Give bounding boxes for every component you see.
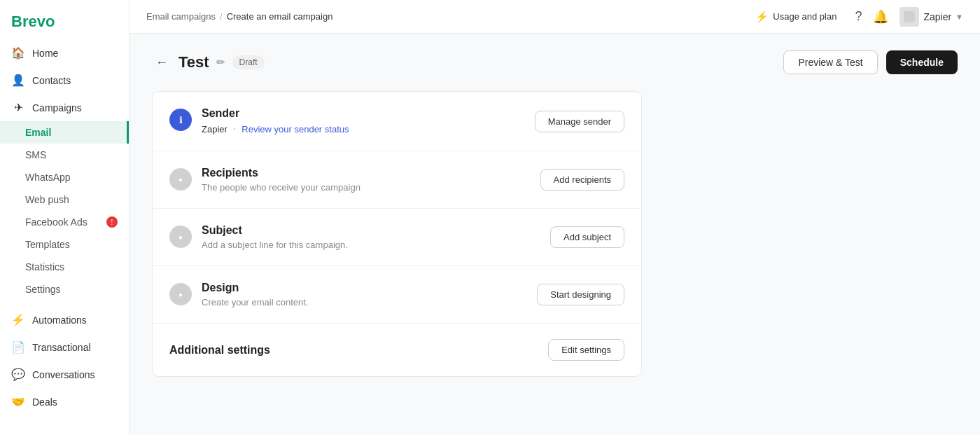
- facebook-ads-badge: !: [106, 216, 118, 228]
- design-icon: ●: [169, 283, 192, 305]
- campaigns-sub-nav: Email SMS WhatsApp Web push Facebook Ads…: [0, 121, 129, 301]
- preview-test-button[interactable]: Preview & Test: [783, 50, 877, 74]
- sidebar-item-campaigns-label: Campaigns: [32, 102, 82, 113]
- sidebar-item-email-label: Email: [25, 127, 51, 138]
- edit-settings-button[interactable]: Edit settings: [548, 339, 624, 361]
- back-button[interactable]: ←: [152, 53, 172, 72]
- transactional-icon: 📄: [11, 340, 25, 354]
- design-section-left: ● Design Create your email content.: [169, 282, 308, 308]
- sidebar-item-conversations[interactable]: 💬 Conversations: [0, 361, 129, 388]
- sidebar-item-deals-label: Deals: [32, 396, 57, 408]
- sidebar-item-home[interactable]: 🏠 Home: [0, 39, 129, 67]
- breadcrumb-separator: /: [220, 11, 223, 22]
- usage-plan-button[interactable]: ⚡ Usage and plan: [748, 6, 844, 27]
- campaigns-icon: ✈: [11, 101, 25, 114]
- sidebar-item-sms-label: SMS: [25, 149, 46, 160]
- breadcrumb: Email campaigns / Create an email campai…: [146, 11, 332, 22]
- automations-icon: ⚡: [11, 313, 25, 326]
- design-section: ● Design Create your email content. Star…: [153, 266, 641, 324]
- recipients-info: Recipients The people who receive your c…: [202, 167, 360, 193]
- svg-rect-0: [904, 11, 915, 22]
- recipients-title: Recipients: [202, 167, 360, 179]
- sender-row: Zapier · Review your sender status: [202, 123, 349, 135]
- sidebar-item-statistics-label: Statistics: [25, 261, 64, 272]
- sender-section-left: ℹ Sender Zapier · Review your sender sta…: [169, 107, 349, 135]
- campaign-title-area: ← Test ✏ Draft: [152, 53, 265, 72]
- sidebar-item-home-label: Home: [32, 48, 58, 59]
- subject-section: ● Subject Add a subject line for this ca…: [153, 209, 641, 266]
- schedule-button[interactable]: Schedule: [886, 50, 958, 74]
- campaign-card: ℹ Sender Zapier · Review your sender sta…: [152, 91, 642, 377]
- bell-icon[interactable]: 🔔: [873, 9, 888, 25]
- sender-title: Sender: [202, 107, 349, 120]
- chevron-down-icon: ▼: [955, 13, 963, 21]
- sidebar-item-email[interactable]: Email: [0, 121, 129, 144]
- lightning-icon: ⚡: [755, 11, 769, 23]
- usage-plan-label: Usage and plan: [773, 11, 836, 22]
- manage-sender-button[interactable]: Manage sender: [535, 111, 624, 132]
- subject-subtitle: Add a subject line for this campaign.: [202, 240, 348, 250]
- sidebar: Brevo 🏠 Home 👤 Contacts ✈ Campaigns Emai…: [0, 0, 130, 435]
- top-header: Email campaigns / Create an email campai…: [130, 0, 980, 34]
- additional-settings-title: Additional settings: [169, 344, 270, 357]
- subject-icon: ●: [169, 226, 192, 248]
- sender-name: Zapier: [202, 124, 227, 134]
- recipients-section-left: ● Recipients The people who receive your…: [169, 167, 360, 193]
- sidebar-item-whatsapp[interactable]: WhatsApp: [0, 166, 129, 188]
- draft-badge: Draft: [232, 55, 265, 69]
- sidebar-item-templates-label: Templates: [25, 239, 70, 250]
- edit-icon[interactable]: ✏: [216, 56, 225, 69]
- user-name: Zapier: [923, 11, 951, 22]
- sidebar-item-facebook-ads-label: Facebook Ads: [25, 216, 88, 228]
- breadcrumb-current: Create an email campaign: [227, 11, 333, 22]
- sidebar-item-deals[interactable]: 🤝 Deals: [0, 388, 129, 415]
- main-area: Email campaigns / Create an email campai…: [130, 0, 980, 435]
- sidebar-item-automations-label: Automations: [32, 315, 87, 326]
- subject-section-left: ● Subject Add a subject line for this ca…: [169, 224, 348, 250]
- help-icon[interactable]: ?: [855, 9, 862, 24]
- additional-settings-section: Additional settings Edit settings: [153, 324, 641, 376]
- home-icon: 🏠: [11, 46, 25, 60]
- campaign-actions: Preview & Test Schedule: [783, 50, 958, 74]
- design-title: Design: [202, 282, 308, 294]
- sidebar-item-campaigns[interactable]: ✈ Campaigns: [0, 94, 129, 121]
- campaign-header: ← Test ✏ Draft Preview & Test Schedule: [152, 50, 958, 74]
- sidebar-item-contacts-label: Contacts: [32, 75, 71, 86]
- deals-icon: 🤝: [11, 395, 25, 408]
- sender-icon: ℹ: [169, 109, 192, 131]
- sidebar-item-facebook-ads[interactable]: Facebook Ads !: [0, 211, 129, 233]
- recipients-section: ● Recipients The people who receive your…: [153, 151, 641, 209]
- user-menu[interactable]: Zapier ▼: [899, 7, 963, 27]
- add-subject-button[interactable]: Add subject: [550, 226, 624, 248]
- review-sender-link[interactable]: Review your sender status: [241, 124, 349, 134]
- sender-section: ℹ Sender Zapier · Review your sender sta…: [153, 92, 641, 151]
- recipients-icon: ●: [169, 168, 192, 191]
- sidebar-item-automations[interactable]: ⚡ Automations: [0, 306, 129, 333]
- sender-info: Sender Zapier · Review your sender statu…: [202, 107, 349, 135]
- conversations-icon: 💬: [11, 368, 25, 381]
- header-right: ⚡ Usage and plan ? 🔔 Zapier ▼: [748, 6, 963, 27]
- content-area: ← Test ✏ Draft Preview & Test Schedule ℹ…: [130, 34, 980, 435]
- sidebar-item-contacts[interactable]: 👤 Contacts: [0, 67, 129, 94]
- design-subtitle: Create your email content.: [202, 297, 308, 308]
- contacts-icon: 👤: [11, 74, 25, 87]
- sidebar-item-transactional-label: Transactional: [32, 342, 91, 353]
- design-info: Design Create your email content.: [202, 282, 308, 308]
- subject-info: Subject Add a subject line for this camp…: [202, 224, 348, 250]
- sidebar-item-web-push[interactable]: Web push: [0, 188, 129, 211]
- sidebar-item-statistics[interactable]: Statistics: [0, 256, 129, 278]
- sidebar-nav: 🏠 Home 👤 Contacts ✈ Campaigns Email SMS …: [0, 39, 129, 415]
- sidebar-item-settings[interactable]: Settings: [0, 278, 129, 301]
- add-recipients-button[interactable]: Add recipients: [540, 169, 624, 191]
- recipients-subtitle: The people who receive your campaign: [202, 182, 360, 193]
- avatar: [899, 7, 919, 27]
- sidebar-item-templates[interactable]: Templates: [0, 233, 129, 256]
- logo-area: Brevo: [0, 0, 129, 39]
- start-designing-button[interactable]: Start designing: [537, 284, 624, 305]
- sidebar-item-conversations-label: Conversations: [32, 369, 95, 380]
- sidebar-item-web-push-label: Web push: [25, 194, 69, 205]
- sidebar-item-transactional[interactable]: 📄 Transactional: [0, 333, 129, 361]
- sidebar-item-sms[interactable]: SMS: [0, 144, 129, 166]
- breadcrumb-link[interactable]: Email campaigns: [146, 11, 216, 22]
- sender-dot: ·: [233, 123, 236, 135]
